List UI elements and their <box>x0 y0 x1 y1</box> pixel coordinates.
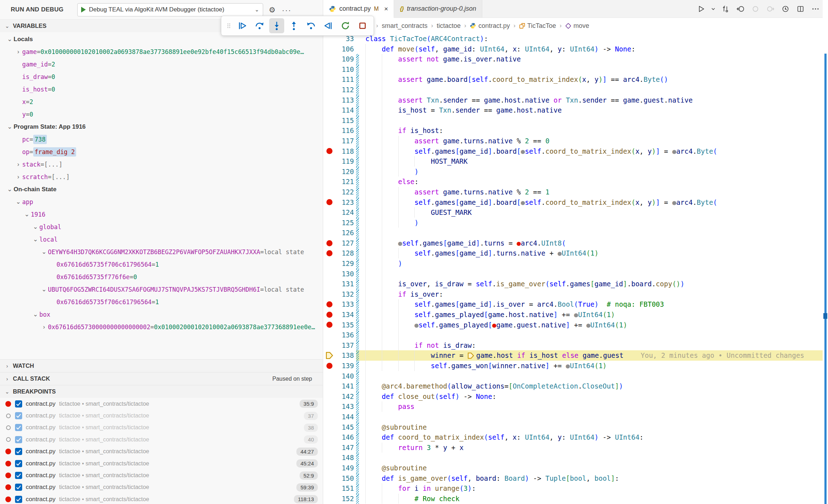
variable-row[interactable]: ⌄app <box>0 196 323 208</box>
breakpoint-dot[interactable] <box>323 146 335 157</box>
code-line[interactable]: 128 self.games[game_id].turns.native + ●… <box>323 248 828 258</box>
code-line[interactable]: 127 ●self.games[game_id].turns = ●arc4.U… <box>323 238 828 248</box>
variable-row[interactable]: ›game = 0x010000000102010002a0693878ae37… <box>0 45 323 58</box>
chevron-down-icon[interactable]: ⌄ <box>14 198 22 206</box>
breakpoint-gutter[interactable] <box>323 125 335 136</box>
call-stack-section-header[interactable]: › CALL STACK Paused on step <box>0 372 323 385</box>
breakpoint-gutter[interactable] <box>323 422 335 433</box>
breakpoint-dot[interactable] <box>323 310 335 320</box>
breakpoint-gutter[interactable] <box>323 483 335 494</box>
gear-icon[interactable]: ⚙ <box>268 5 276 14</box>
code-text[interactable]: assert Txn.sender == game.host.native or… <box>359 95 828 105</box>
breakpoint-gutter[interactable] <box>323 371 335 381</box>
code-text[interactable] <box>359 412 828 422</box>
code-text[interactable] <box>359 115 828 126</box>
code-line[interactable]: 123 self.games[game_id].board[●self.coor… <box>323 197 828 208</box>
code-line[interactable]: 112 <box>323 85 828 95</box>
code-text[interactable]: def close_out(self) -> None: <box>359 391 828 402</box>
breakpoint-gutter[interactable] <box>323 156 335 167</box>
code-line[interactable]: 120 ) <box>323 167 828 177</box>
code-line[interactable]: 144 <box>323 412 828 422</box>
code-line[interactable]: 126 <box>323 228 828 238</box>
code-text[interactable]: assert game.turns.native % 2 == 1 <box>359 187 828 197</box>
code-text[interactable]: ) <box>359 258 828 269</box>
chevron-down-icon[interactable]: ⌄ <box>23 211 31 218</box>
variable-row[interactable]: ›game_id = 2 <box>0 58 323 70</box>
breakpoint-gutter[interactable] <box>323 494 335 504</box>
breakpoint-row[interactable]: contract.pytictactoe • smart_contracts/t… <box>0 446 323 458</box>
step-over-button[interactable] <box>252 18 267 33</box>
code-line[interactable]: 110 <box>323 64 828 75</box>
code-line[interactable]: 147 return 3 * y + x <box>323 443 828 453</box>
go-forward-icon[interactable] <box>764 3 777 15</box>
code-text[interactable]: assert game.board[self.coord_to_matrix_i… <box>359 74 828 85</box>
breakpoint-gutter[interactable] <box>323 340 335 351</box>
code-line[interactable]: 129 ) <box>323 258 828 269</box>
breakpoint-gutter[interactable] <box>323 391 335 402</box>
code-line[interactable]: 111 assert game.board[self.coord_to_matr… <box>323 74 828 85</box>
breakpoints-section-header[interactable]: ⌄ BREAKPOINTS <box>0 385 323 398</box>
code-text[interactable]: return 3 * y + x <box>359 443 828 453</box>
code-text[interactable]: @subroutine <box>359 463 828 473</box>
run-dropdown-icon[interactable] <box>710 3 716 15</box>
breakpoint-gutter[interactable] <box>323 463 335 473</box>
code-text[interactable]: is_over, is_draw = self.is_game_over(sel… <box>359 279 828 289</box>
breakpoint-gutter[interactable] <box>323 115 335 126</box>
breakpoint-dot[interactable] <box>323 197 335 208</box>
code-line[interactable]: 149 @subroutine <box>323 463 828 473</box>
code-text[interactable]: if is_over: <box>359 289 828 300</box>
code-text[interactable] <box>359 371 828 381</box>
variable-row[interactable]: ⌄box <box>0 308 323 321</box>
code-text[interactable]: assert game.turns.native % 2 == 0 <box>359 136 828 146</box>
breakpoint-gutter[interactable] <box>323 473 335 484</box>
compare-changes-icon[interactable] <box>719 3 731 15</box>
code-text[interactable]: self.games[game_id].turns.native + ●UInt… <box>359 248 828 258</box>
breakpoint-gutter[interactable] <box>323 228 335 238</box>
code-text[interactable] <box>359 85 828 95</box>
code-text[interactable]: assert not game.is_over.native <box>359 54 828 64</box>
breakpoint-checkbox[interactable] <box>15 496 22 503</box>
scope-row[interactable]: ⌄Program State: App 1916 <box>0 120 323 133</box>
breakpoint-gutter[interactable] <box>323 279 335 289</box>
code-text[interactable] <box>359 453 828 463</box>
breakpoint-row[interactable]: contract.pytictactoe • smart_contracts/t… <box>0 410 323 421</box>
breakpoint-checkbox[interactable] <box>15 472 22 479</box>
more-actions-icon[interactable]: ··· <box>281 5 292 14</box>
breakpoint-dot[interactable] <box>323 361 335 371</box>
code-line[interactable]: 148 <box>323 453 828 463</box>
chevron-down-icon[interactable]: ⌄ <box>6 123 14 130</box>
tab-contract-py[interactable]: contract.py M × <box>323 0 394 18</box>
breadcrumb-item-tictactoe[interactable]: TicTacToe <box>519 22 556 30</box>
code-text[interactable]: ) <box>359 167 828 177</box>
code-text[interactable] <box>359 269 828 279</box>
breakpoint-checkbox[interactable] <box>15 460 22 467</box>
code-line[interactable]: 151 for i in urange(3): <box>323 483 828 494</box>
code-text[interactable]: HOST_MARK <box>359 156 828 167</box>
code-line[interactable]: 138 winner = game.host if is_host else g… <box>323 350 828 361</box>
variable-row[interactable]: ›0x67616d65735f706c61796564 = 1 <box>0 296 323 308</box>
code-text[interactable]: ) <box>359 218 828 228</box>
code-text[interactable] <box>359 228 828 238</box>
breakpoint-gutter[interactable] <box>323 187 335 197</box>
variable-row[interactable]: ⌄global <box>0 221 323 233</box>
code-line[interactable]: 137 if not is_draw: <box>323 340 828 351</box>
step-back-button[interactable] <box>304 18 319 33</box>
code-text[interactable]: class TicTacToe(ARC4Contract): <box>359 34 828 44</box>
variable-row[interactable]: ›0x67616d65735f706c61796564 = 1 <box>0 258 323 271</box>
previous-change-icon[interactable] <box>734 3 746 15</box>
code-editor[interactable]: 33class TicTacToe(ARC4Contract):106 def … <box>323 34 828 504</box>
code-text[interactable]: def coord_to_matrix_index(self, x: UInt6… <box>359 432 828 443</box>
code-text[interactable]: ●self.games[game_id].turns = ●arc4.UInt8… <box>359 238 828 248</box>
breakpoint-gutter[interactable] <box>323 330 335 340</box>
breakpoint-gutter[interactable] <box>323 64 335 75</box>
code-line[interactable]: 139 self.games_won[winner.native] += ●UI… <box>323 361 828 371</box>
breakpoint-gutter[interactable] <box>323 207 335 218</box>
code-text[interactable]: def move(self, game_id: UInt64, x: UInt6… <box>359 44 828 54</box>
close-icon[interactable]: × <box>384 5 388 13</box>
reverse-continue-button[interactable] <box>321 18 336 33</box>
breakpoint-checkbox[interactable] <box>15 484 22 491</box>
variable-row[interactable]: ›is_draw = 0 <box>0 70 323 83</box>
breakpoint-checkbox[interactable] <box>15 448 22 455</box>
chevron-down-icon[interactable]: ⌄ <box>31 311 39 318</box>
chevron-down-icon[interactable]: ⌄ <box>40 248 48 256</box>
